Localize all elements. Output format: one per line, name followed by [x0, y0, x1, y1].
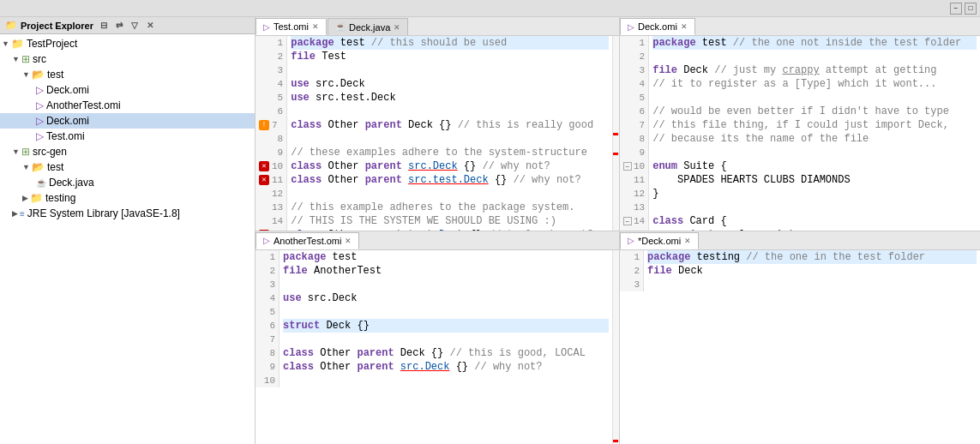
folder-icon: 📂: [32, 161, 45, 173]
tab-close-icon[interactable]: ✕: [681, 22, 688, 31]
code-line: [652, 50, 977, 63]
tab-label: Test.omi: [274, 21, 309, 32]
tab-deck-omi-modified[interactable]: ▷ *Deck.omi ✕: [620, 232, 699, 249]
code-line: [647, 278, 977, 291]
restore-button[interactable]: □: [965, 3, 977, 15]
code-line: [652, 146, 977, 159]
code-line: package test // the one not inside the t…: [652, 36, 977, 50]
code-line: package test: [283, 250, 609, 264]
tree-item-test2[interactable]: ▼ 📂 test: [0, 159, 255, 175]
tree-item-deck-java[interactable]: ☕ Deck.java: [0, 175, 255, 190]
tab-anothertest-omi[interactable]: ▷ AnotherTest.omi ✕: [256, 232, 359, 249]
code-line: // THIS IS THE SYSTEM WE SHOULD BE USING…: [291, 214, 609, 228]
tree-label: Deck.omi: [46, 84, 89, 96]
tree-label: src-gen: [33, 146, 67, 158]
tree-item-src-gen[interactable]: ▼ ⊞ src-gen: [0, 144, 255, 159]
link-editor-icon[interactable]: ⇄: [112, 19, 126, 33]
tree-item-deck-omi-selected[interactable]: ▷ Deck.omi: [0, 113, 255, 129]
code-line: [291, 187, 609, 201]
code-line: // this file thing, if I could just impo…: [652, 118, 977, 132]
err-marker-15: ✕: [259, 230, 269, 231]
code-line: file AnotherTest: [283, 264, 609, 278]
ruler-mark: [613, 133, 618, 135]
tab-java-icon: ☕: [335, 22, 346, 32]
code-line: use src.test.Deck: [291, 91, 609, 105]
code-line: file Deck // just my crappy attempt at g…: [652, 63, 977, 77]
editor-bottom-left-content[interactable]: 12345678910 package test file AnotherTes…: [256, 250, 619, 445]
code-line: // this example adheres to the package s…: [291, 201, 609, 214]
tree-item-anothertest-omi[interactable]: ▷ AnotherTest.omi: [0, 98, 255, 113]
editor-bottom-right: ▷ *Deck.omi ✕ 123 package testing // the…: [620, 231, 980, 445]
tree-label: src: [33, 53, 46, 65]
tab-close-icon[interactable]: ✕: [312, 22, 319, 31]
tab-omi-icon: ▷: [263, 22, 270, 32]
project-explorer-icon: 📁: [5, 20, 17, 31]
explorer-close-icon[interactable]: ✕: [143, 19, 157, 33]
code-lines-top-left: package test // this should be used file…: [287, 36, 612, 231]
folder-icon: 📂: [32, 69, 45, 81]
code-line: class Other parent src.Deck {} // why no…: [291, 159, 609, 173]
code-line: file Test: [291, 50, 609, 63]
project-icon: 📁: [11, 38, 24, 50]
tree-item-testing[interactable]: ▶ 📁 testing: [0, 190, 255, 206]
tree-label: test: [47, 69, 63, 81]
editor-bottom-right-content[interactable]: 123 package testing // the one in the te…: [620, 250, 980, 445]
line-numbers-bottom-left: 12345678910: [256, 250, 280, 387]
ruler-mark: [613, 153, 618, 155]
code-line: enum Suite {: [652, 159, 977, 173]
collapse-all-icon[interactable]: ⊟: [97, 19, 111, 33]
code-line: package testing // the one in the test f…: [647, 250, 977, 264]
editors-area: ▷ Test.omi ✕ ☕ Deck.java ✕ 123456: [256, 17, 980, 444]
line-numbers-top-left: 123456 !7 89 ✕10 ✕11 121314 ✕15: [256, 36, 287, 231]
explorer-menu-icon[interactable]: ▽: [128, 19, 141, 33]
code-line: [291, 105, 609, 118]
tree-item-test[interactable]: ▼ 📂 test: [0, 67, 255, 82]
src-folder-icon: ⊞: [21, 146, 30, 158]
code-lines-bottom-left: package test file AnotherTest use src.De…: [280, 250, 612, 387]
code-line: // would be even better if I didn't have…: [652, 105, 977, 118]
editor-top-right-content[interactable]: 123456789 −10 111213 −14 151617 package …: [620, 36, 980, 231]
tab-deck-omi-right[interactable]: ▷ Deck.omi ✕: [620, 18, 695, 35]
tab-omi-icon: ▷: [263, 236, 270, 245]
code-line: class Other parent Deck {} // this is go…: [283, 346, 609, 360]
code-area-bottom-left: 12345678910 package test file AnotherTes…: [256, 250, 612, 387]
tree-item-src[interactable]: ▼ ⊞ src: [0, 51, 255, 67]
project-tree: ▼ 📁 TestProject ▼ ⊞ src ▼ 📂 test ▷ Deck.…: [0, 34, 255, 444]
code-line: // it to register as a [Type] which it w…: [652, 77, 977, 91]
tree-item-test-omi[interactable]: ▷ Test.omi: [0, 129, 255, 144]
expand-icon: ▼: [2, 39, 9, 48]
tree-item-jre[interactable]: ▶ ≡ JRE System Library [JavaSE-1.8]: [0, 206, 255, 221]
tab-label: AnotherTest.omi: [274, 236, 341, 246]
window-controls-bar: − □: [0, 0, 980, 17]
editor-top-left: ▷ Test.omi ✕ ☕ Deck.java ✕ 123456: [256, 17, 620, 231]
tab-label: *Deck.omi: [638, 236, 681, 246]
tab-deck-java[interactable]: ☕ Deck.java ✕: [328, 18, 408, 35]
omi-icon: ▷: [36, 84, 44, 96]
code-line: use src.Deck: [291, 77, 609, 91]
editor-top-left-content[interactable]: 123456 !7 89 ✕10 ✕11 121314 ✕15 package …: [256, 36, 619, 231]
tab-close-icon[interactable]: ✕: [345, 237, 352, 245]
project-explorer-title: Project Explorer: [21, 21, 93, 31]
line-numbers-bottom-right: 123: [620, 250, 644, 291]
fold-open-14[interactable]: −: [623, 217, 632, 225]
tree-label: AnotherTest.omi: [46, 99, 121, 111]
code-area-top-left: 123456 !7 89 ✕10 ✕11 121314 ✕15 package …: [256, 36, 612, 231]
err-marker-11: ✕: [259, 175, 269, 185]
fold-open-10[interactable]: −: [623, 162, 632, 171]
tree-label: Deck.java: [49, 177, 94, 189]
tab-close-icon[interactable]: ✕: [394, 23, 400, 32]
code-line: file Deck: [647, 264, 977, 278]
code-line: [652, 201, 977, 214]
code-line: // these examples adhere to the system-s…: [291, 146, 609, 159]
code-line: package test // this should be used: [291, 36, 609, 50]
project-explorer-header: 📁 Project Explorer ⊟ ⇄ ▽ ✕: [0, 17, 255, 34]
code-area-top-right: 123456789 −10 111213 −14 151617 package …: [620, 36, 980, 231]
tab-test-omi[interactable]: ▷ Test.omi ✕: [256, 18, 327, 35]
tree-item-deck-omi-1[interactable]: ▷ Deck.omi: [0, 82, 255, 98]
code-line: class Card {: [652, 214, 977, 228]
code-line: [283, 278, 609, 291]
tree-item-testproject[interactable]: ▼ 📁 TestProject: [0, 36, 255, 51]
tab-close-icon[interactable]: ✕: [684, 237, 691, 245]
omi-icon: ▷: [36, 130, 44, 142]
minimize-button[interactable]: −: [950, 3, 962, 15]
